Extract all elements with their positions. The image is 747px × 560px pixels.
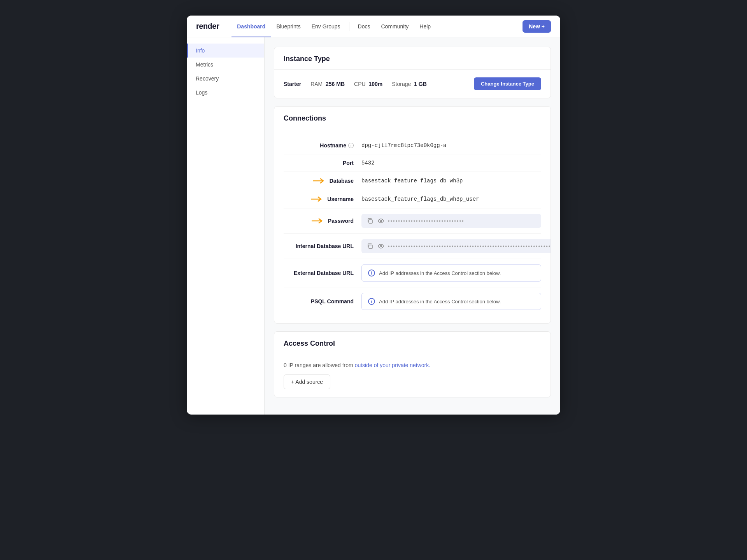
external-url-label-area: External Database URL [284,270,361,276]
instance-storage: Storage 1 GB [392,81,427,87]
access-control-card: Access Control 0 IP ranges are allowed f… [274,331,551,397]
svg-point-4 [380,220,382,222]
connection-psql: PSQL Command i Add IP addresses in the A… [284,287,541,315]
psql-label: PSQL Command [311,298,354,304]
port-value: 5432 [361,160,375,166]
app-container: render Dashboard Blueprints Env Groups D… [187,16,560,415]
hostname-label: Hostname [320,142,346,149]
internal-url-label: Internal Database URL [296,243,354,249]
port-label-area: Port [284,160,361,166]
connection-external-url: External Database URL i Add IP addresses… [284,259,541,287]
access-control-body: 0 IP ranges are allowed from outside of … [274,354,551,397]
new-button[interactable]: New + [523,20,551,33]
access-link[interactable]: outside of your private network. [355,362,431,368]
internal-url-toggle-button[interactable] [377,242,385,250]
nav-blueprints[interactable]: Blueprints [271,16,306,37]
nav-community[interactable]: Community [375,16,414,37]
connections-body: Hostname i dpg-cjtl7rmc8tpc73e0k0gg-a Po… [274,129,551,323]
connection-hostname: Hostname i dpg-cjtl7rmc8tpc73e0k0gg-a [284,137,541,154]
content-area: Info Metrics Recovery Logs Instance Type [187,37,560,415]
nav-dashboard[interactable]: Dashboard [231,16,271,37]
svg-rect-5 [369,245,372,248]
sidebar-item-recovery[interactable]: Recovery [187,72,264,86]
instance-type-card: Instance Type Starter RAM 256 MB CPU 100… [274,47,551,98]
hostname-value: dpg-cjtl7rmc8tpc73e0k0gg-a [361,142,446,149]
external-url-info-icon: i [368,270,375,276]
instance-ram: RAM 256 MB [310,81,345,87]
access-description: 0 IP ranges are allowed from outside of … [284,362,541,368]
username-value: basestack_feature_flags_db_wh3p_user [361,196,479,202]
nav-help[interactable]: Help [414,16,436,37]
connection-password: Password [284,208,541,234]
change-instance-type-button[interactable]: Change Instance Type [474,77,541,90]
password-toggle-button[interactable] [377,217,385,225]
password-input-area: •••••••••••••••••••••••••••••• [361,214,541,228]
sidebar-item-logs[interactable]: Logs [187,86,264,100]
instance-type-body: Starter RAM 256 MB CPU 100m Storage [274,70,551,98]
password-label: Password [328,218,354,224]
external-url-label: External Database URL [294,270,354,276]
database-label: Database [330,178,354,184]
sidebar: Info Metrics Recovery Logs [187,37,265,415]
main-content: Instance Type Starter RAM 256 MB CPU 100… [265,37,560,415]
password-dots: •••••••••••••••••••••••••••••• [388,218,537,224]
instance-type-title: Instance Type [274,47,551,70]
sidebar-item-info[interactable]: Info [187,44,264,58]
internal-url-label-area: Internal Database URL [284,243,361,249]
top-nav: render Dashboard Blueprints Env Groups D… [187,16,560,37]
connection-port: Port 5432 [284,154,541,172]
username-label-area: Username [284,196,361,203]
database-label-area: Database [284,177,361,184]
external-url-info-text: Add IP addresses in the Access Control s… [379,270,501,276]
instance-tier: Starter [284,81,301,87]
internal-url-dots: ••••••••••••••••••••••••••••••••••••••••… [388,243,551,249]
internal-url-copy-button[interactable] [366,242,374,250]
connection-database: Database basestack_feature_flags_db_wh3p [284,172,541,190]
svg-point-6 [380,245,382,247]
password-copy-button[interactable] [366,217,374,225]
external-url-info-box: i Add IP addresses in the Access Control… [361,264,541,282]
nav-env-groups[interactable]: Env Groups [306,16,346,37]
instance-info: Starter RAM 256 MB CPU 100m Storage [284,81,427,87]
connections-card: Connections Hostname i dpg-cjtl7rmc8tpc7… [274,106,551,324]
password-label-area: Password [284,217,361,224]
nav-docs[interactable]: Docs [352,16,376,37]
brand-logo: render [196,22,219,31]
svg-rect-3 [369,220,372,223]
add-source-button[interactable]: + Add source [284,374,330,389]
access-control-title: Access Control [274,332,551,354]
psql-info-text: Add IP addresses in the Access Control s… [379,299,501,304]
username-label: Username [327,196,354,202]
internal-url-input-area: ••••••••••••••••••••••••••••••••••••••••… [361,239,551,253]
nav-links: Dashboard Blueprints Env Groups Docs Com… [231,16,523,37]
connection-username: Username basestack_feature_flags_db_wh3p… [284,190,541,208]
database-value: basestack_feature_flags_db_wh3p [361,178,463,184]
psql-info-box: i Add IP addresses in the Access Control… [361,293,541,310]
password-arrow [311,217,325,224]
instance-cpu: CPU 100m [354,81,382,87]
username-arrow [310,196,324,203]
nav-divider [349,22,349,31]
hostname-label-area: Hostname i [284,142,361,149]
nav-right: New + [523,20,551,33]
psql-info-icon: i [368,298,375,305]
sidebar-item-metrics[interactable]: Metrics [187,58,264,72]
port-label: Port [343,160,354,166]
instance-type-row: Starter RAM 256 MB CPU 100m Storage [284,77,541,90]
connection-internal-url: Internal Database URL [284,234,541,259]
hostname-info-icon: i [348,143,354,148]
psql-label-area: PSQL Command [284,298,361,304]
connections-title: Connections [274,107,551,129]
database-arrow [312,177,326,184]
